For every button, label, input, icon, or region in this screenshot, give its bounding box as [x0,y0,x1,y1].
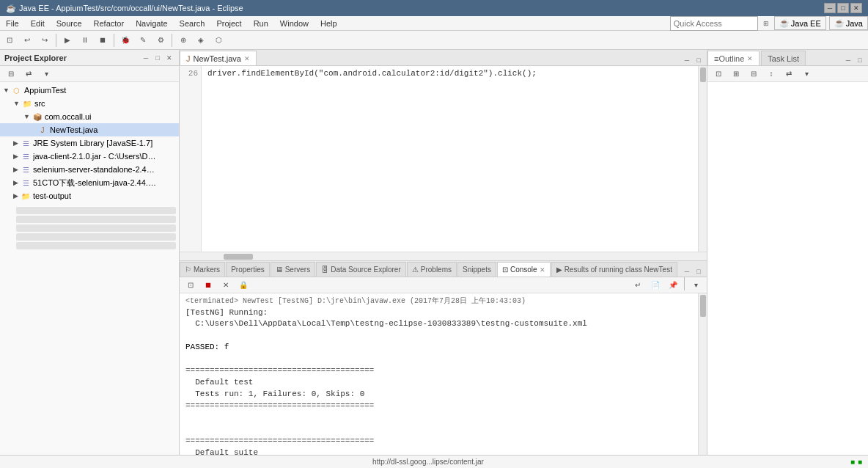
outline-btn-5[interactable]: ⇄ [781,66,797,82]
tree-item-package[interactable]: ▼ 📦 com.occall.ui [0,110,179,123]
java-ee-perspective[interactable]: ☕ Java EE [774,16,826,30]
expand-jre[interactable]: ▶ [13,139,18,147]
tab-markers[interactable]: ⚐ Markers [180,262,225,277]
title-bar-controls[interactable]: ─ □ ✕ [824,3,862,13]
expand-selenium-server[interactable]: ▶ [13,166,18,173]
quick-access-input[interactable] [670,16,758,31]
project-explorer-maximize[interactable]: □ [152,53,163,63]
view-menu-btn[interactable]: ▾ [38,66,54,82]
toolbar-btn-2[interactable]: ↩ [19,32,35,48]
tree-item-51cto[interactable]: ▶ ☰ 51CTO下载-selenium-java-2.44.0.zip [0,176,179,189]
console-clear-btn[interactable]: ⊡ [183,277,199,293]
outline-minimize[interactable]: ─ [843,55,853,65]
tab-servers[interactable]: 🖥 Servers [271,262,315,277]
maximize-button[interactable]: □ [837,3,849,13]
expand-51cto[interactable]: ▶ [13,179,18,186]
toolbar-btn-9[interactable]: ⚙ [152,32,169,48]
console-scroll-lock-btn[interactable]: 🔒 [235,277,251,293]
console-tab-close[interactable]: ✕ [540,266,545,274]
console-remove-btn[interactable]: ✕ [218,277,234,293]
outline-btn-2[interactable]: ⊞ [728,66,744,82]
code-content[interactable]: driver.findElementById("com.android.calc… [202,66,698,252]
menu-window[interactable]: Window [274,16,315,30]
console-scrollbar-v[interactable] [698,293,707,455]
menu-bar: File Edit Source Refactor Navigate Searc… [0,16,868,31]
editor-maximize[interactable]: □ [694,55,704,65]
toolbar-btn-6[interactable]: ⏹ [95,32,111,48]
toolbar-btn-3[interactable]: ↪ [37,32,53,48]
status-indicators: ■ ■ [850,458,862,466]
problems-label: Problems [421,266,452,274]
bottom-minimize[interactable]: ─ [682,266,692,277]
blurred-row-5 [16,242,176,249]
toolbar-btn-8[interactable]: ✎ [135,32,151,48]
toolbar-btn-7[interactable]: 🐞 [117,32,133,48]
toolbar-btn-11[interactable]: ◈ [193,32,209,48]
console-line-1: [TestNG] Running: [185,307,692,319]
close-button[interactable]: ✕ [850,3,862,13]
outline-btn-4[interactable]: ↕ [763,66,779,82]
menu-edit[interactable]: Edit [25,16,51,30]
expand-test-output[interactable]: ▶ [13,192,18,200]
project-explorer-close[interactable]: ✕ [164,53,174,63]
tree-item-jre[interactable]: ▶ ☰ JRE System Library [JavaSE-1.7] [0,136,179,150]
tree-item-java-client[interactable]: ▶ ☰ java-client-2.1.0.jar - C:\Users\Del… [0,150,179,163]
minimize-button[interactable]: ─ [824,3,836,13]
toolbar-btn-5[interactable]: ⏸ [77,32,93,48]
expand-appiumtest[interactable]: ▼ [3,87,10,94]
toolbar-icon-1[interactable]: ⊞ [761,18,771,29]
menu-file[interactable]: File [0,16,25,30]
console-output[interactable]: <terminated> NewTest [TestNG] D:\jre\bin… [180,293,698,455]
tree-item-selenium-server[interactable]: ▶ ☰ selenium-server-standalone-2.49.0.j [0,163,179,176]
console-pin-btn[interactable]: 📌 [665,277,681,293]
editor-scrollbar-h[interactable] [180,252,707,260]
status-indicator-2: ■ [858,458,862,466]
tab-properties[interactable]: Properties [226,262,270,277]
blurred-area [0,202,179,249]
menu-source[interactable]: Source [51,16,88,30]
menu-refactor[interactable]: Refactor [88,16,130,30]
outline-maximize[interactable]: □ [855,55,865,65]
outline-btn-6[interactable]: ▾ [798,66,814,82]
toolbar-btn-10[interactable]: ⊕ [175,32,191,48]
tree-item-src[interactable]: ▼ 📁 src [0,97,179,110]
project-explorer-minimize[interactable]: ─ [141,53,151,63]
outline-btn-1[interactable]: ⊡ [710,66,727,82]
console-menu-btn[interactable]: ▾ [688,277,704,293]
menu-project[interactable]: Project [210,16,247,30]
menu-navigate[interactable]: Navigate [130,16,173,30]
outline-btn-3[interactable]: ⊟ [746,66,762,82]
collapse-all-btn[interactable]: ⊟ [3,66,19,82]
tree-item-test-output[interactable]: ▶ 📁 test-output [0,189,179,202]
toolbar-btn-4[interactable]: ▶ [59,32,76,48]
link-with-editor-btn[interactable]: ⇄ [21,66,37,82]
java-perspective[interactable]: ☕ Java [829,16,868,30]
tab-console[interactable]: ⊡ Console ✕ [497,262,551,277]
tree-item-appiumtest[interactable]: ▼ ⬡ AppiumTest [0,84,179,97]
console-word-wrap-btn[interactable]: ↵ [630,277,646,293]
tab-results[interactable]: ▶ Results of running class NewTest [551,262,677,277]
expand-java-client[interactable]: ▶ [13,153,18,160]
menu-run[interactable]: Run [248,16,274,30]
editor-minimize[interactable]: ─ [682,55,692,65]
console-line-sep-3: ======================================= [185,436,692,447]
menu-search[interactable]: Search [174,16,211,30]
tab-snippets[interactable]: Snippets [457,262,496,277]
menu-help[interactable]: Help [315,16,343,30]
toolbar-btn-12[interactable]: ⬡ [210,32,227,48]
console-stop-btn[interactable]: ⏹ [200,277,216,293]
tab-problems[interactable]: ⚠ Problems [407,262,457,277]
tab-datasource[interactable]: 🗄 Data Source Explorer [316,262,406,277]
tab-task-list[interactable]: Task List [761,51,806,65]
editor-tab-newtest[interactable]: J NewTest.java ✕ [180,51,257,65]
outline-tab-close[interactable]: ✕ [747,55,753,62]
expand-package[interactable]: ▼ [23,113,30,120]
expand-src[interactable]: ▼ [13,100,20,107]
console-open-file-btn[interactable]: 📄 [647,277,663,293]
bottom-maximize[interactable]: □ [694,266,704,277]
editor-tab-close[interactable]: ✕ [244,55,250,62]
tab-outline[interactable]: ≡ Outline ✕ [707,51,760,65]
editor-scrollbar-v[interactable] [698,66,707,252]
toolbar-btn-1[interactable]: ⊡ [1,32,18,48]
tree-item-newtest[interactable]: J NewTest.java [0,123,179,136]
